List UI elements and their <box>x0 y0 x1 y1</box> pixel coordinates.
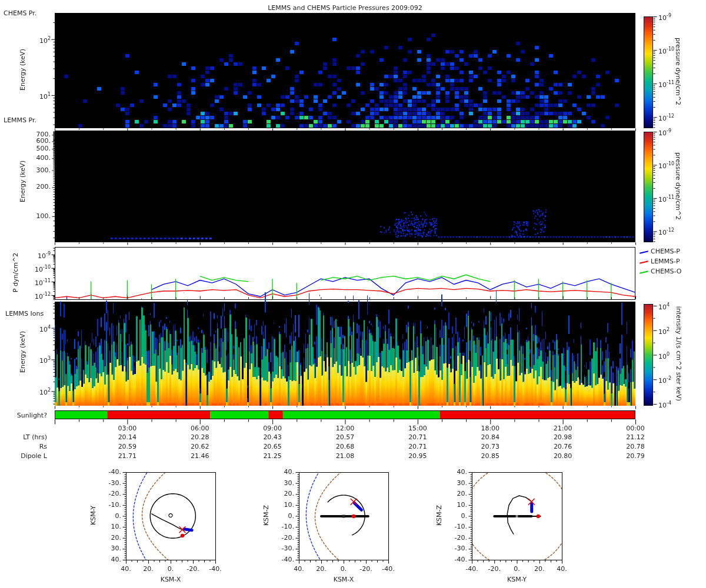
legend-label-lemms-p: LEMMS-P <box>651 258 680 265</box>
time-tick-label: 03:00 <box>109 425 145 432</box>
panel3-ytick-label: 10-12 <box>24 290 51 300</box>
colorbar2-title: pressure dyne/cm^2 <box>674 142 682 230</box>
panel3-ytick-label: 10-11 <box>24 277 51 287</box>
orbit2-ytick-label: -20. <box>268 534 294 542</box>
panel4-ytick-label: 104 <box>28 323 51 333</box>
colorbar3-tick-label: 10-2 <box>658 375 671 385</box>
orbit2-ytick-label: -30. <box>268 544 294 552</box>
panel1-label: CHEMS Pr. <box>4 9 36 17</box>
orbit1-ytick-label: 10. <box>95 523 121 530</box>
orbit2-ytick-label: 40. <box>268 468 294 476</box>
rs-value: 20.78 <box>618 443 653 450</box>
dipole-l-value: 20.80 <box>545 452 581 460</box>
orbit1-ytick-label: -40. <box>95 468 121 476</box>
rs-value: 20.62 <box>182 443 218 450</box>
figure-canvas <box>0 0 706 588</box>
dipole-l-value: 21.46 <box>182 452 218 460</box>
lt-value: 20.57 <box>328 433 363 441</box>
figure: LEMMS and CHEMS Particle Pressures 2009:… <box>0 0 706 588</box>
colorbar3-title: intensity 1/(s cm^2 ster keV) <box>675 298 682 410</box>
colorbar1-title: pressure dyne/cm^2 <box>674 28 682 116</box>
legend-label-chems-o: CHEMS-O <box>651 268 681 275</box>
rs-value: 20.68 <box>328 443 363 450</box>
dipole-l-value: 20.85 <box>472 452 508 460</box>
dipole-l-value: 20.79 <box>618 452 653 460</box>
time-tick-label: 06:00 <box>182 425 218 432</box>
colorbar3-tick-label: 100 <box>658 350 670 360</box>
page-title: LEMMS and CHEMS Particle Pressures 2009:… <box>55 4 635 12</box>
colorbar3-tick-label: 104 <box>658 301 670 311</box>
orbit1-ytick-label: 0. <box>95 512 121 520</box>
orbit1-ytick-label: 20. <box>95 534 121 542</box>
rs-value: 20.76 <box>545 443 581 450</box>
dipole-l-value: 21.08 <box>328 452 363 460</box>
orbit3-ytick-label: -10. <box>441 523 467 530</box>
colorbar1-tick-label: 10-10 <box>658 45 674 55</box>
panel2-ytick-label: 600. <box>27 137 51 145</box>
orbit1-ytick-label: -10. <box>95 501 121 509</box>
dipole-l-value: 21.25 <box>255 452 290 460</box>
orbit3-ytick-label: -40. <box>441 556 467 563</box>
time-tick-label: 09:00 <box>255 425 290 432</box>
orbit1-yaxis-title: KSM-Y <box>89 492 97 539</box>
lt-value: 20.43 <box>255 433 290 441</box>
time-tick-label: 12:00 <box>328 425 363 432</box>
orbit2-ytick-label: -40. <box>268 556 294 563</box>
lt-value: 20.98 <box>545 433 581 441</box>
colorbar2-tick-label: 10-11 <box>658 193 674 203</box>
orbit2-ytick-label: 10. <box>268 501 294 509</box>
panel1-ytick-label: 102 <box>28 35 51 45</box>
rs-value: 20.73 <box>472 443 508 450</box>
dipole-l-value: 20.95 <box>400 452 435 460</box>
orbit3-xaxis-title: KSM-Y <box>494 576 541 583</box>
panel1-yaxis-title: Energy (keV) <box>19 35 26 105</box>
lt-row-label: LT (hrs) <box>0 433 47 441</box>
colorbar2-tick-label: 10-12 <box>658 226 674 236</box>
panel2-label: LEMMS Pr. <box>4 116 36 124</box>
orbit2-ytick-label: -10. <box>268 523 294 530</box>
sunlight-label: Sunlight? <box>0 412 47 419</box>
panel4-yaxis-title: Energy (keV) <box>19 317 26 387</box>
lt-value: 21.12 <box>618 433 653 441</box>
orbit1-ytick-label: 30. <box>95 544 121 552</box>
orbit3-ytick-label: -20. <box>441 534 467 542</box>
orbit1-ytick-label: -30. <box>95 479 121 487</box>
lt-value: 20.14 <box>109 433 145 441</box>
panel1-ytick-label: 101 <box>28 91 51 101</box>
legend-label-chems-p: CHEMS-P <box>651 248 680 255</box>
time-tick-label: 18:00 <box>472 425 508 432</box>
orbit3-ytick-label: 20. <box>441 490 467 497</box>
rs-value: 20.59 <box>109 443 145 450</box>
colorbar2-tick-label: 10-10 <box>658 160 674 170</box>
colorbar1-tick-label: 10-11 <box>658 79 674 89</box>
dipole-l-value: 21.71 <box>109 452 145 460</box>
colorbar1-tick-label: 10-9 <box>658 12 671 22</box>
panel3-yaxis-title: P dyn/cm^2 <box>12 243 19 302</box>
panel2-ytick-label: 200. <box>27 183 51 191</box>
orbit2-ytick-label: 30. <box>268 479 294 487</box>
orbit1-xaxis-title: KSM-X <box>147 576 194 583</box>
time-tick-label: 00:00 <box>618 425 653 432</box>
panel2-ytick-label: 400. <box>27 154 51 162</box>
orbit3-ytick-label: -30. <box>441 544 467 552</box>
rs-value: 20.71 <box>400 443 435 450</box>
lt-value: 20.84 <box>472 433 508 441</box>
panel4-ytick-label: 103 <box>28 355 51 365</box>
rs-row-label: Rs <box>0 443 47 450</box>
colorbar1-tick-label: 10-12 <box>658 112 674 122</box>
orbit2-yaxis-title: KSM-Z <box>262 492 270 539</box>
orbit3-ytick-label: 0. <box>441 512 467 520</box>
orbit1-xtick-label: -40. <box>201 565 230 573</box>
lt-value: 20.71 <box>400 433 435 441</box>
rs-value: 20.65 <box>255 443 290 450</box>
orbit2-xaxis-title: KSM-X <box>320 576 367 583</box>
panel2-ytick-label: 500. <box>27 145 51 152</box>
panel3-ytick-label: 10-10 <box>24 263 51 273</box>
orbit3-xtick-label: 40. <box>547 565 577 573</box>
orbit2-ytick-label: 0. <box>268 512 294 520</box>
panel4-ytick-label: 102 <box>28 386 51 396</box>
orbit2-xtick-label: -40. <box>374 565 403 573</box>
panel2-yaxis-title: Energy (keV) <box>19 146 26 217</box>
colorbar3-tick-label: 10-4 <box>658 399 671 409</box>
panel2-ytick-label: 300. <box>27 166 51 174</box>
